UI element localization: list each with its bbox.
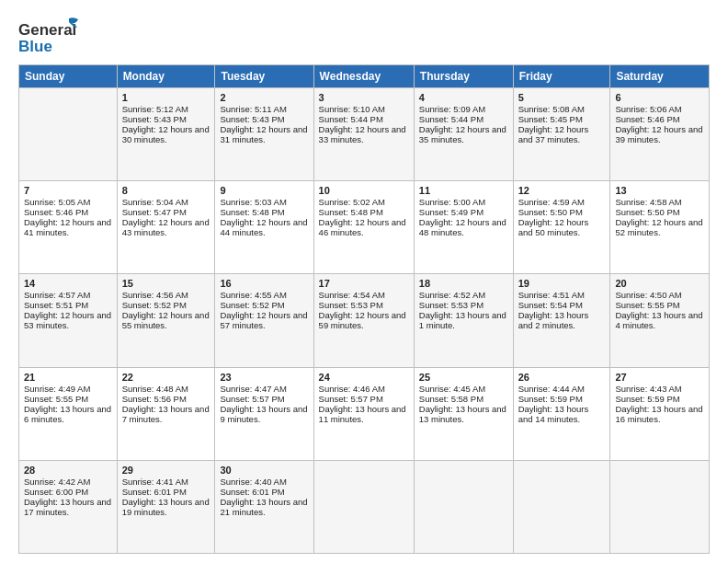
- day-number: 14: [24, 278, 112, 289]
- day-number: 15: [122, 278, 210, 289]
- day-number: 4: [419, 92, 508, 103]
- calendar-cell: 6Sunrise: 5:06 AMSunset: 5:46 PMDaylight…: [610, 88, 710, 181]
- page-header: GeneralBlue: [18, 17, 710, 57]
- svg-text:General: General: [18, 21, 76, 39]
- calendar-cell: 12Sunrise: 4:59 AMSunset: 5:50 PMDayligh…: [513, 181, 610, 274]
- calendar-cell: 10Sunrise: 5:02 AMSunset: 5:48 PMDayligh…: [313, 181, 414, 274]
- calendar-cell: 28Sunrise: 4:42 AMSunset: 6:00 PMDayligh…: [19, 460, 118, 553]
- calendar-cell: [414, 460, 513, 553]
- day-number: 24: [319, 372, 409, 383]
- day-number: 19: [518, 278, 606, 289]
- calendar-cell: 11Sunrise: 5:00 AMSunset: 5:49 PMDayligh…: [414, 181, 513, 274]
- calendar-cell: 7Sunrise: 5:05 AMSunset: 5:46 PMDaylight…: [19, 181, 118, 274]
- calendar-cell: 14Sunrise: 4:57 AMSunset: 5:51 PMDayligh…: [19, 274, 118, 367]
- svg-text:Blue: Blue: [18, 38, 52, 55]
- calendar-header-row: SundayMondayTuesdayWednesdayThursdayFrid…: [19, 65, 710, 88]
- calendar-cell: 22Sunrise: 4:48 AMSunset: 5:56 PMDayligh…: [117, 367, 215, 460]
- day-number: 30: [220, 465, 308, 476]
- calendar-cell: [610, 460, 710, 553]
- calendar-cell: 9Sunrise: 5:03 AMSunset: 5:48 PMDaylight…: [215, 181, 313, 274]
- week-row-4: 21Sunrise: 4:49 AMSunset: 5:55 PMDayligh…: [19, 367, 710, 460]
- calendar-cell: 3Sunrise: 5:10 AMSunset: 5:44 PMDaylight…: [313, 88, 414, 181]
- day-number: 28: [24, 465, 112, 476]
- calendar-cell: 30Sunrise: 4:40 AMSunset: 6:01 PMDayligh…: [215, 460, 313, 553]
- week-row-2: 7Sunrise: 5:05 AMSunset: 5:46 PMDaylight…: [19, 181, 710, 274]
- day-number: 10: [319, 185, 409, 196]
- day-number: 13: [615, 185, 704, 196]
- logo: GeneralBlue: [18, 17, 83, 57]
- calendar-cell: 1Sunrise: 5:12 AMSunset: 5:43 PMDaylight…: [117, 88, 215, 181]
- col-header-tuesday: Tuesday: [215, 65, 313, 88]
- col-header-thursday: Thursday: [414, 65, 513, 88]
- calendar-cell: 23Sunrise: 4:47 AMSunset: 5:57 PMDayligh…: [215, 367, 313, 460]
- col-header-monday: Monday: [117, 65, 215, 88]
- calendar-cell: 24Sunrise: 4:46 AMSunset: 5:57 PMDayligh…: [313, 367, 414, 460]
- calendar-cell: [313, 460, 414, 553]
- calendar-cell: [513, 460, 610, 553]
- day-number: 22: [122, 372, 210, 383]
- calendar-cell: 19Sunrise: 4:51 AMSunset: 5:54 PMDayligh…: [513, 274, 610, 367]
- day-number: 16: [220, 278, 308, 289]
- calendar-cell: 5Sunrise: 5:08 AMSunset: 5:45 PMDaylight…: [513, 88, 610, 181]
- week-row-3: 14Sunrise: 4:57 AMSunset: 5:51 PMDayligh…: [19, 274, 710, 367]
- day-number: 8: [122, 185, 210, 196]
- calendar-cell: 26Sunrise: 4:44 AMSunset: 5:59 PMDayligh…: [513, 367, 610, 460]
- day-number: 26: [518, 372, 606, 383]
- calendar-cell: 16Sunrise: 4:55 AMSunset: 5:52 PMDayligh…: [215, 274, 313, 367]
- col-header-wednesday: Wednesday: [313, 65, 414, 88]
- day-number: 6: [615, 92, 704, 103]
- day-number: 11: [419, 185, 508, 196]
- calendar-cell: 4Sunrise: 5:09 AMSunset: 5:44 PMDaylight…: [414, 88, 513, 181]
- col-header-sunday: Sunday: [19, 65, 118, 88]
- calendar-cell: 29Sunrise: 4:41 AMSunset: 6:01 PMDayligh…: [117, 460, 215, 553]
- day-number: 1: [122, 92, 210, 103]
- calendar-cell: 13Sunrise: 4:58 AMSunset: 5:50 PMDayligh…: [610, 181, 710, 274]
- day-number: 3: [319, 92, 409, 103]
- calendar-cell: 18Sunrise: 4:52 AMSunset: 5:53 PMDayligh…: [414, 274, 513, 367]
- day-number: 23: [220, 372, 308, 383]
- week-row-1: 1Sunrise: 5:12 AMSunset: 5:43 PMDaylight…: [19, 88, 710, 181]
- week-row-5: 28Sunrise: 4:42 AMSunset: 6:00 PMDayligh…: [19, 460, 710, 553]
- calendar-cell: [19, 88, 118, 181]
- calendar-cell: 8Sunrise: 5:04 AMSunset: 5:47 PMDaylight…: [117, 181, 215, 274]
- calendar-cell: 27Sunrise: 4:43 AMSunset: 5:59 PMDayligh…: [610, 367, 710, 460]
- logo-svg: GeneralBlue: [18, 17, 83, 57]
- day-number: 18: [419, 278, 508, 289]
- day-number: 27: [615, 372, 704, 383]
- calendar-cell: 20Sunrise: 4:50 AMSunset: 5:55 PMDayligh…: [610, 274, 710, 367]
- calendar-table: SundayMondayTuesdayWednesdayThursdayFrid…: [18, 64, 710, 554]
- day-number: 12: [518, 185, 606, 196]
- day-number: 17: [319, 278, 409, 289]
- calendar-cell: 2Sunrise: 5:11 AMSunset: 5:43 PMDaylight…: [215, 88, 313, 181]
- calendar-cell: 17Sunrise: 4:54 AMSunset: 5:53 PMDayligh…: [313, 274, 414, 367]
- day-number: 2: [220, 92, 308, 103]
- calendar-cell: 25Sunrise: 4:45 AMSunset: 5:58 PMDayligh…: [414, 367, 513, 460]
- col-header-friday: Friday: [513, 65, 610, 88]
- day-number: 29: [122, 465, 210, 476]
- calendar-cell: 15Sunrise: 4:56 AMSunset: 5:52 PMDayligh…: [117, 274, 215, 367]
- day-number: 25: [419, 372, 508, 383]
- day-number: 20: [615, 278, 704, 289]
- day-number: 5: [518, 92, 606, 103]
- calendar-cell: 21Sunrise: 4:49 AMSunset: 5:55 PMDayligh…: [19, 367, 118, 460]
- day-number: 7: [24, 185, 112, 196]
- day-number: 21: [24, 372, 112, 383]
- day-number: 9: [220, 185, 308, 196]
- col-header-saturday: Saturday: [610, 65, 710, 88]
